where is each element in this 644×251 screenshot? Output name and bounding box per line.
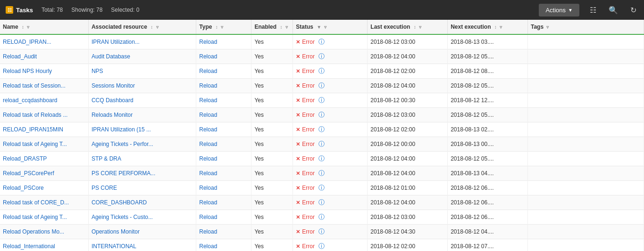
last-filter-icon[interactable]: ▿: [419, 24, 421, 30]
table-cell[interactable]: Reload_PSCorePerf: [0, 166, 88, 181]
col-header-resource[interactable]: Associated resource ↕ ▿: [88, 20, 196, 34]
info-icon[interactable]: ⓘ: [318, 169, 325, 178]
cell-link[interactable]: Reload: [199, 97, 217, 104]
next-sort-icon[interactable]: ↕: [494, 24, 497, 30]
table-cell[interactable]: ✕ Error ⓘ: [293, 210, 368, 225]
table-cell[interactable]: NPS: [88, 64, 196, 79]
cell-link[interactable]: Reload: [199, 39, 217, 45]
col-header-type[interactable]: Type ↕ ▿: [196, 20, 251, 34]
table-cell[interactable]: ✕ Error ⓘ: [293, 93, 368, 108]
col-header-name[interactable]: Name ↕ ▿: [0, 20, 88, 34]
cell-link[interactable]: Reload: [199, 228, 217, 235]
table-cell[interactable]: Reload: [196, 108, 251, 122]
table-cell[interactable]: ✕ Error ⓘ: [293, 64, 368, 79]
table-cell[interactable]: Reload task of Ageing T...: [0, 210, 88, 225]
table-cell[interactable]: ✕ Error ⓘ: [293, 137, 368, 152]
table-cell[interactable]: Reload: [196, 195, 251, 210]
table-cell[interactable]: Reload task of CORE_D...: [0, 195, 88, 210]
table-cell[interactable]: Reload task of Ageing T...: [0, 137, 88, 152]
grid-icon[interactable]: ☷: [588, 4, 598, 16]
cell-link[interactable]: Reloads Monitor: [92, 112, 133, 118]
cell-link[interactable]: Reload task of CORE_D...: [3, 199, 69, 206]
cell-link[interactable]: PS CORE: [92, 185, 117, 191]
col-header-tags[interactable]: Tags ▿: [527, 20, 644, 34]
table-cell[interactable]: ✕ Error ⓘ: [293, 239, 368, 251]
info-icon[interactable]: ⓘ: [318, 227, 325, 236]
table-cell[interactable]: ✕ Error ⓘ: [293, 181, 368, 195]
col-header-next[interactable]: Next execution ↕ ▿: [448, 20, 528, 34]
status-filter-icon[interactable]: ▿: [324, 24, 326, 30]
cell-link[interactable]: IPRAN Utilization...: [92, 39, 140, 45]
info-icon[interactable]: ⓘ: [318, 154, 325, 163]
info-icon[interactable]: ⓘ: [318, 111, 325, 119]
info-icon[interactable]: ⓘ: [318, 96, 325, 105]
resource-sort-icon[interactable]: ↕: [151, 24, 153, 30]
table-cell[interactable]: Reload: [196, 49, 251, 64]
type-filter-icon[interactable]: ▿: [221, 24, 223, 30]
cell-link[interactable]: STP & DRA: [92, 155, 121, 162]
table-cell[interactable]: Reload: [196, 152, 251, 166]
tags-filter-icon[interactable]: ▿: [546, 24, 549, 30]
table-cell[interactable]: PS CORE: [88, 181, 196, 195]
table-cell[interactable]: IPRAN Utilization...: [88, 34, 196, 49]
name-sort-icon[interactable]: ↕: [22, 24, 24, 30]
cell-link[interactable]: RELOAD_IPRAN...: [3, 39, 51, 45]
cell-link[interactable]: Reload: [199, 155, 217, 162]
cell-link[interactable]: Reload_DRASTP: [3, 155, 47, 162]
cell-link[interactable]: Reload task of Ageing T...: [3, 214, 67, 220]
table-cell[interactable]: Reload: [196, 225, 251, 239]
cell-link[interactable]: reload_ccqdashboard: [3, 97, 57, 104]
cell-link[interactable]: CORE_DASHBOARD: [92, 199, 147, 206]
cell-link[interactable]: Reload: [199, 68, 217, 74]
cell-link[interactable]: Reload_PSCorePerf: [3, 170, 54, 177]
next-filter-icon[interactable]: ▿: [500, 24, 502, 30]
table-cell[interactable]: Reload: [196, 137, 251, 152]
table-cell[interactable]: ✕ Error ⓘ: [293, 122, 368, 137]
info-icon[interactable]: ⓘ: [318, 213, 325, 221]
cell-link[interactable]: Reload: [199, 126, 217, 133]
col-header-last[interactable]: Last execution ↕ ▿: [368, 20, 448, 34]
cell-link[interactable]: Reload task of Session...: [3, 82, 66, 89]
table-cell[interactable]: ✕ Error ⓘ: [293, 152, 368, 166]
table-cell[interactable]: RELOAD_IPRAN15MIN: [0, 122, 88, 137]
table-cell[interactable]: PS CORE PERFORMA...: [88, 166, 196, 181]
cell-link[interactable]: Reload: [199, 170, 217, 177]
table-cell[interactable]: Reloads Monitor: [88, 108, 196, 122]
actions-button[interactable]: Actions ▼: [539, 4, 579, 16]
table-cell[interactable]: RELOAD_IPRAN...: [0, 34, 88, 49]
refresh-icon[interactable]: ↻: [628, 4, 638, 16]
table-cell[interactable]: Reload: [196, 34, 251, 49]
cell-link[interactable]: Ageing Tickets - Perfor...: [92, 141, 153, 147]
cell-link[interactable]: PS CORE PERFORMA...: [92, 170, 155, 177]
table-cell[interactable]: Ageing Tickets - Perfor...: [88, 137, 196, 152]
cell-link[interactable]: Reload_Audit: [3, 53, 37, 60]
cell-link[interactable]: Reload: [199, 214, 217, 220]
table-cell[interactable]: ✕ Error ⓘ: [293, 166, 368, 181]
table-cell[interactable]: Reload: [196, 79, 251, 93]
table-cell[interactable]: Reload_DRASTP: [0, 152, 88, 166]
table-cell[interactable]: Reload NPS Hourly: [0, 64, 88, 79]
cell-link[interactable]: Audit Database: [92, 53, 130, 60]
table-cell[interactable]: ✕ Error ⓘ: [293, 108, 368, 122]
info-icon[interactable]: ⓘ: [318, 140, 325, 148]
table-cell[interactable]: Reload: [196, 166, 251, 181]
table-cell[interactable]: reload_ccqdashboard: [0, 93, 88, 108]
cell-link[interactable]: Reload: [199, 199, 217, 206]
cell-link[interactable]: Reload: [199, 243, 217, 250]
table-cell[interactable]: Reload: [196, 181, 251, 195]
cell-link[interactable]: CCQ Dashboard: [92, 97, 134, 104]
status-sort-icon[interactable]: ▼: [317, 24, 321, 30]
table-cell[interactable]: ✕ Error ⓘ: [293, 195, 368, 210]
cell-link[interactable]: Ageing Tickets - Custo...: [92, 214, 153, 220]
info-icon[interactable]: ⓘ: [318, 67, 325, 75]
table-cell[interactable]: Reload Operations Mo...: [0, 225, 88, 239]
table-cell[interactable]: IPRAN Utilization (15 ...: [88, 122, 196, 137]
cell-link[interactable]: Reload_International: [3, 243, 55, 250]
cell-link[interactable]: Sessions Monitor: [92, 82, 135, 89]
table-cell[interactable]: Reload_Audit: [0, 49, 88, 64]
cell-link[interactable]: INTERNATIONAL: [92, 243, 136, 250]
cell-link[interactable]: NPS: [92, 68, 103, 74]
info-icon[interactable]: ⓘ: [318, 184, 325, 192]
search-icon[interactable]: 🔍: [607, 4, 620, 16]
table-cell[interactable]: Operations Monitor: [88, 225, 196, 239]
